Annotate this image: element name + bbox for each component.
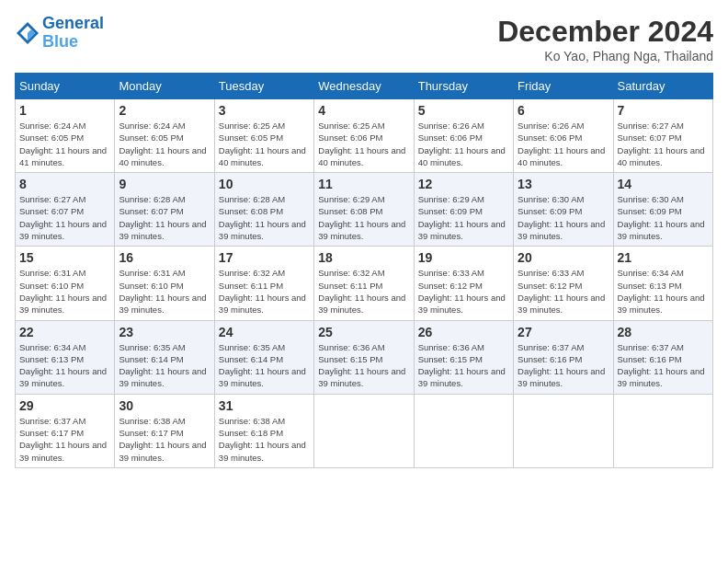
day-number: 12 (418, 177, 509, 191)
day-info: Sunrise: 6:38 AM Sunset: 6:17 PM Dayligh… (119, 415, 210, 464)
calendar-cell (613, 394, 712, 467)
day-number: 20 (518, 250, 609, 265)
day-info: Sunrise: 6:31 AM Sunset: 6:10 PM Dayligh… (119, 267, 210, 316)
calendar-cell: 4 Sunrise: 6:25 AM Sunset: 6:06 PM Dayli… (314, 99, 414, 173)
calendar-cell: 21 Sunrise: 6:34 AM Sunset: 6:13 PM Dayl… (613, 247, 712, 320)
calendar-cell: 18 Sunrise: 6:32 AM Sunset: 6:11 PM Dayl… (314, 247, 414, 320)
calendar-cell: 16 Sunrise: 6:31 AM Sunset: 6:10 PM Dayl… (115, 247, 214, 320)
calendar-header-row: SundayMondayTuesdayWednesdayThursdayFrid… (16, 74, 713, 99)
header-monday: Monday (115, 74, 214, 99)
day-info: Sunrise: 6:27 AM Sunset: 6:07 PM Dayligh… (19, 193, 110, 242)
logo-text: General Blue (42, 15, 104, 52)
calendar-cell: 12 Sunrise: 6:29 AM Sunset: 6:09 PM Dayl… (414, 173, 513, 247)
day-info: Sunrise: 6:30 AM Sunset: 6:09 PM Dayligh… (518, 193, 609, 242)
day-number: 9 (119, 177, 210, 191)
calendar-cell: 20 Sunrise: 6:33 AM Sunset: 6:12 PM Dayl… (514, 247, 613, 320)
calendar-cell: 9 Sunrise: 6:28 AM Sunset: 6:07 PM Dayli… (115, 173, 214, 247)
day-number: 22 (19, 325, 110, 339)
day-number: 2 (119, 103, 210, 118)
calendar-cell: 19 Sunrise: 6:33 AM Sunset: 6:12 PM Dayl… (414, 247, 513, 320)
day-info: Sunrise: 6:28 AM Sunset: 6:07 PM Dayligh… (119, 193, 210, 242)
page-header: General Blue December 2024 Ko Yao, Phang… (15, 15, 713, 63)
calendar-cell: 6 Sunrise: 6:26 AM Sunset: 6:06 PM Dayli… (514, 99, 613, 173)
day-info: Sunrise: 6:31 AM Sunset: 6:10 PM Dayligh… (19, 267, 110, 316)
calendar-cell: 25 Sunrise: 6:36 AM Sunset: 6:15 PM Dayl… (314, 320, 414, 394)
calendar-cell: 13 Sunrise: 6:30 AM Sunset: 6:09 PM Dayl… (514, 173, 613, 247)
calendar-cell: 27 Sunrise: 6:37 AM Sunset: 6:16 PM Dayl… (514, 320, 613, 394)
day-info: Sunrise: 6:25 AM Sunset: 6:06 PM Dayligh… (318, 120, 409, 168)
day-info: Sunrise: 6:35 AM Sunset: 6:14 PM Dayligh… (219, 341, 310, 390)
day-info: Sunrise: 6:27 AM Sunset: 6:07 PM Dayligh… (618, 120, 709, 168)
day-number: 24 (219, 325, 310, 339)
day-info: Sunrise: 6:37 AM Sunset: 6:17 PM Dayligh… (19, 415, 110, 464)
day-info: Sunrise: 6:29 AM Sunset: 6:08 PM Dayligh… (318, 193, 409, 242)
calendar-cell: 5 Sunrise: 6:26 AM Sunset: 6:06 PM Dayli… (414, 99, 513, 173)
day-number: 23 (119, 325, 210, 339)
calendar-cell: 3 Sunrise: 6:25 AM Sunset: 6:05 PM Dayli… (214, 99, 313, 173)
header-sunday: Sunday (16, 74, 115, 99)
day-number: 27 (518, 325, 609, 339)
day-number: 8 (19, 177, 110, 191)
day-number: 4 (318, 103, 409, 118)
calendar-cell: 31 Sunrise: 6:38 AM Sunset: 6:18 PM Dayl… (214, 394, 313, 467)
header-saturday: Saturday (613, 74, 712, 99)
day-number: 25 (318, 325, 409, 339)
day-info: Sunrise: 6:32 AM Sunset: 6:11 PM Dayligh… (219, 267, 310, 316)
calendar-row: 8 Sunrise: 6:27 AM Sunset: 6:07 PM Dayli… (16, 173, 713, 247)
day-number: 7 (618, 103, 709, 118)
calendar-cell: 24 Sunrise: 6:35 AM Sunset: 6:14 PM Dayl… (214, 320, 313, 394)
day-number: 19 (418, 250, 509, 265)
day-info: Sunrise: 6:34 AM Sunset: 6:13 PM Dayligh… (618, 267, 709, 316)
month-title: December 2024 (497, 15, 713, 49)
calendar-cell (514, 394, 613, 467)
day-number: 5 (418, 103, 509, 118)
calendar-cell: 14 Sunrise: 6:30 AM Sunset: 6:09 PM Dayl… (613, 173, 712, 247)
calendar-cell: 1 Sunrise: 6:24 AM Sunset: 6:05 PM Dayli… (16, 99, 115, 173)
calendar-cell: 10 Sunrise: 6:28 AM Sunset: 6:08 PM Dayl… (214, 173, 313, 247)
day-info: Sunrise: 6:36 AM Sunset: 6:15 PM Dayligh… (318, 341, 409, 390)
header-thursday: Thursday (414, 74, 513, 99)
logo-icon (15, 20, 40, 46)
calendar-cell (314, 394, 414, 467)
calendar-table: SundayMondayTuesdayWednesdayThursdayFrid… (15, 73, 713, 468)
calendar-row: 29 Sunrise: 6:37 AM Sunset: 6:17 PM Dayl… (16, 394, 713, 467)
day-number: 26 (418, 325, 509, 339)
day-number: 11 (318, 177, 409, 191)
calendar-row: 1 Sunrise: 6:24 AM Sunset: 6:05 PM Dayli… (16, 99, 713, 173)
calendar-cell: 22 Sunrise: 6:34 AM Sunset: 6:13 PM Dayl… (16, 320, 115, 394)
day-info: Sunrise: 6:24 AM Sunset: 6:05 PM Dayligh… (119, 120, 210, 168)
logo: General Blue (15, 15, 104, 52)
calendar-cell: 8 Sunrise: 6:27 AM Sunset: 6:07 PM Dayli… (16, 173, 115, 247)
day-number: 1 (19, 103, 110, 118)
day-number: 15 (19, 250, 110, 265)
calendar-cell: 11 Sunrise: 6:29 AM Sunset: 6:08 PM Dayl… (314, 173, 414, 247)
day-number: 28 (618, 325, 709, 339)
calendar-cell: 30 Sunrise: 6:38 AM Sunset: 6:17 PM Dayl… (115, 394, 214, 467)
calendar-cell: 23 Sunrise: 6:35 AM Sunset: 6:14 PM Dayl… (115, 320, 214, 394)
day-info: Sunrise: 6:28 AM Sunset: 6:08 PM Dayligh… (219, 193, 310, 242)
calendar-row: 15 Sunrise: 6:31 AM Sunset: 6:10 PM Dayl… (16, 247, 713, 320)
day-number: 17 (219, 250, 310, 265)
header-tuesday: Tuesday (214, 74, 313, 99)
calendar-cell (414, 394, 513, 467)
calendar-cell: 15 Sunrise: 6:31 AM Sunset: 6:10 PM Dayl… (16, 247, 115, 320)
day-info: Sunrise: 6:30 AM Sunset: 6:09 PM Dayligh… (618, 193, 709, 242)
day-info: Sunrise: 6:36 AM Sunset: 6:15 PM Dayligh… (418, 341, 509, 390)
day-number: 6 (518, 103, 609, 118)
day-info: Sunrise: 6:24 AM Sunset: 6:05 PM Dayligh… (19, 120, 110, 168)
day-info: Sunrise: 6:35 AM Sunset: 6:14 PM Dayligh… (119, 341, 210, 390)
header-wednesday: Wednesday (314, 74, 414, 99)
calendar-cell: 26 Sunrise: 6:36 AM Sunset: 6:15 PM Dayl… (414, 320, 513, 394)
day-info: Sunrise: 6:37 AM Sunset: 6:16 PM Dayligh… (618, 341, 709, 390)
day-info: Sunrise: 6:26 AM Sunset: 6:06 PM Dayligh… (518, 120, 609, 168)
day-number: 18 (318, 250, 409, 265)
location: Ko Yao, Phang Nga, Thailand (497, 49, 713, 63)
day-info: Sunrise: 6:37 AM Sunset: 6:16 PM Dayligh… (518, 341, 609, 390)
day-info: Sunrise: 6:38 AM Sunset: 6:18 PM Dayligh… (219, 415, 310, 464)
calendar-cell: 28 Sunrise: 6:37 AM Sunset: 6:16 PM Dayl… (613, 320, 712, 394)
day-number: 30 (119, 398, 210, 413)
calendar-row: 22 Sunrise: 6:34 AM Sunset: 6:13 PM Dayl… (16, 320, 713, 394)
day-info: Sunrise: 6:34 AM Sunset: 6:13 PM Dayligh… (19, 341, 110, 390)
day-number: 16 (119, 250, 210, 265)
day-number: 3 (219, 103, 310, 118)
